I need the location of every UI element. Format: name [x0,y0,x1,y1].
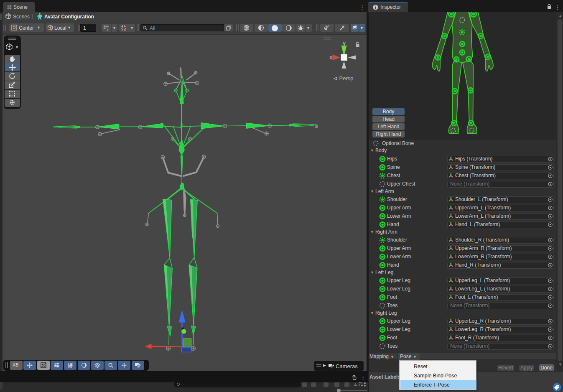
svg-text:Y: Y [107,28,109,31]
svg-text:y: y [343,40,346,46]
svg-text:x: x [329,54,332,61]
